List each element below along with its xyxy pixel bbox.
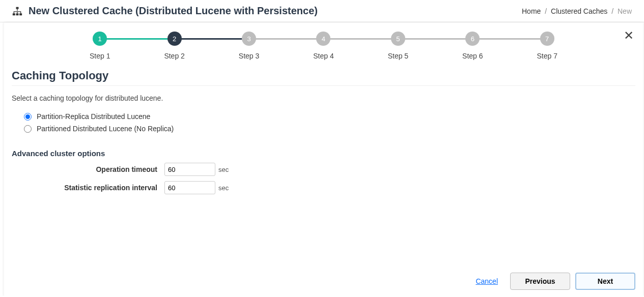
step-circle: 4 bbox=[316, 32, 330, 46]
step-label: Step 1 bbox=[90, 52, 110, 60]
svg-rect-3 bbox=[19, 13, 22, 15]
wizard-footer: Cancel Previous Next bbox=[12, 264, 635, 290]
next-button[interactable]: Next bbox=[575, 273, 635, 290]
topology-option-label: Partition-Replica Distributed Lucene bbox=[37, 112, 150, 121]
step-circle: 7 bbox=[540, 32, 554, 46]
step-label: Step 3 bbox=[239, 52, 259, 60]
step-4[interactable]: 4Step 4 bbox=[286, 32, 360, 60]
stat-replication-unit: sec bbox=[218, 184, 229, 192]
stat-replication-input[interactable] bbox=[164, 181, 215, 194]
breadcrumb-home[interactable]: Home bbox=[522, 7, 541, 15]
breadcrumb-current: New bbox=[618, 7, 632, 15]
section-title: Caching Topology bbox=[12, 69, 635, 82]
step-circle: 1 bbox=[93, 32, 107, 46]
step-label: Step 6 bbox=[462, 52, 483, 60]
topology-option-label: Partitioned Distributed Lucene (No Repli… bbox=[37, 125, 174, 133]
breadcrumb-caches[interactable]: Clustered Caches bbox=[551, 7, 607, 15]
svg-rect-2 bbox=[16, 13, 19, 15]
breadcrumb: Home / Clustered Caches / New bbox=[522, 7, 632, 15]
step-2[interactable]: 2Step 2 bbox=[137, 32, 211, 60]
sitemap-icon bbox=[12, 6, 22, 16]
divider bbox=[12, 85, 635, 86]
step-7[interactable]: 7Step 7 bbox=[510, 32, 584, 60]
cancel-link[interactable]: Cancel bbox=[475, 277, 498, 285]
step-circle: 2 bbox=[167, 32, 182, 46]
operation-timeout-label: Operation timeout bbox=[12, 165, 164, 173]
step-1[interactable]: 1Step 1 bbox=[63, 32, 137, 60]
step-label: Step 5 bbox=[388, 52, 408, 60]
topology-radio[interactable] bbox=[24, 113, 32, 121]
topology-option-1[interactable]: Partitioned Distributed Lucene (No Repli… bbox=[24, 125, 635, 133]
step-5[interactable]: 5Step 5 bbox=[361, 32, 435, 60]
topology-radio-group: Partition-Replica Distributed LucenePart… bbox=[24, 112, 635, 137]
page-title: New Clustered Cache (Distributed Lucene … bbox=[29, 5, 318, 17]
step-3[interactable]: 3Step 3 bbox=[212, 32, 286, 60]
svg-rect-0 bbox=[16, 7, 19, 9]
previous-button[interactable]: Previous bbox=[510, 273, 570, 290]
advanced-heading: Advanced cluster options bbox=[12, 149, 635, 158]
step-circle: 6 bbox=[465, 32, 480, 46]
step-label: Step 2 bbox=[164, 52, 184, 60]
operation-timeout-input[interactable] bbox=[164, 163, 215, 176]
step-circle: 3 bbox=[242, 32, 256, 46]
operation-timeout-row: Operation timeout sec bbox=[12, 163, 635, 176]
step-label: Step 4 bbox=[313, 52, 333, 60]
step-6[interactable]: 6Step 6 bbox=[435, 32, 510, 60]
close-icon[interactable]: ✕ bbox=[624, 29, 634, 42]
svg-rect-1 bbox=[13, 13, 15, 15]
topology-radio[interactable] bbox=[24, 125, 32, 133]
wizard-stepper: 1Step 12Step 23Step 34Step 45Step 56Step… bbox=[63, 32, 584, 60]
stat-replication-label: Statistic replication interval bbox=[12, 184, 164, 192]
step-label: Step 7 bbox=[537, 52, 557, 60]
operation-timeout-unit: sec bbox=[218, 166, 229, 173]
page-header: New Clustered Cache (Distributed Lucene … bbox=[0, 0, 644, 22]
step-circle: 5 bbox=[391, 32, 405, 46]
section-description: Select a caching topology for distribute… bbox=[12, 94, 635, 102]
stat-replication-row: Statistic replication interval sec bbox=[12, 181, 635, 194]
topology-option-0[interactable]: Partition-Replica Distributed Lucene bbox=[24, 112, 635, 121]
